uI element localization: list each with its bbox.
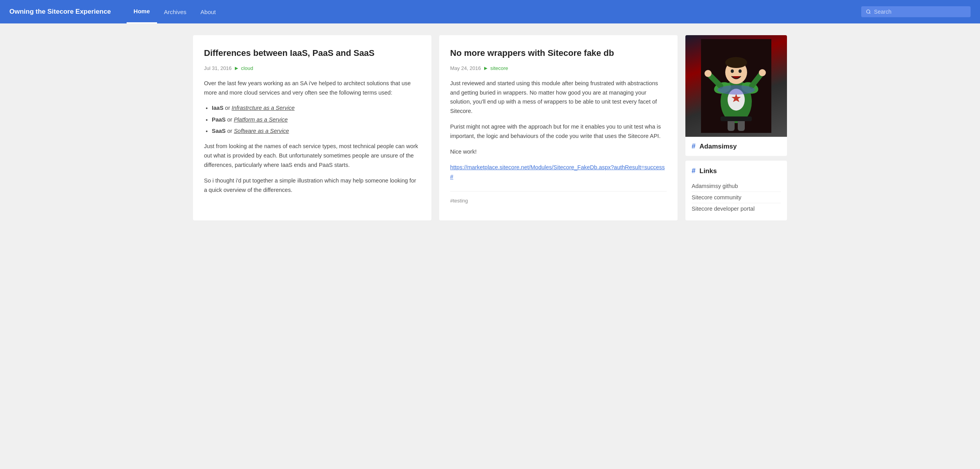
svg-point-16 <box>717 85 755 95</box>
sidebar-links-box: # Links Adamsimsy github Sitecore commun… <box>685 161 787 220</box>
page-body: Differences between IaaS, PaaS and SaaS … <box>185 23 795 232</box>
svg-point-14 <box>705 70 712 77</box>
nav-about[interactable]: About <box>193 0 223 23</box>
card-1-para-3: Just from looking at the names of each s… <box>204 142 420 170</box>
card-1-tag[interactable]: cloud <box>241 65 253 71</box>
main-nav: Owning the Sitecore Experience Home Arch… <box>0 0 980 23</box>
card-2-footer-tag: #testing <box>450 198 468 204</box>
nav-archives[interactable]: Archives <box>157 0 194 23</box>
sidebar: # Adamsimsy # Links Adamsimsy github Sit… <box>685 35 787 220</box>
svg-point-15 <box>759 69 766 76</box>
list-item: SaaS or Software as a Service <box>212 127 420 136</box>
card-1-date: Jul 31, 2016 <box>204 65 232 71</box>
list-item: PaaS or Platform as a Service <box>212 115 420 124</box>
nav-home[interactable]: Home <box>127 0 157 23</box>
card-2-arrow: ▶ <box>484 66 487 71</box>
card-2-title: No more wrappers with Sitecore fake db <box>450 48 667 59</box>
card-2-body: Just reviewed and started using this mod… <box>450 79 667 182</box>
card-1: Differences between IaaS, PaaS and SaaS … <box>193 35 431 220</box>
card-2-date: May 24, 2016 <box>450 65 481 71</box>
svg-point-11 <box>739 70 742 73</box>
card-2: No more wrappers with Sitecore fake db M… <box>439 35 678 220</box>
card-2-link[interactable]: https://marketplace.sitecore.net/Modules… <box>450 164 665 180</box>
card-1-list: IaaS or Infrastrcture as a Service PaaS … <box>212 104 420 136</box>
search-icon <box>866 9 871 14</box>
sidebar-links-hash: # <box>692 167 696 175</box>
sidebar-link-2[interactable]: Sitecore community <box>692 192 781 203</box>
card-2-footer: #testing <box>450 191 667 204</box>
sidebar-hash: # <box>692 142 696 150</box>
card-1-para-4: So i thought i'd put together a simple i… <box>204 176 420 195</box>
card-2-para-2: Purist might not agree with the approach… <box>450 122 667 141</box>
card-2-para-3: Nice work! <box>450 147 667 157</box>
sidebar-username: Adamsimsy <box>699 143 737 150</box>
sidebar-link-1[interactable]: Adamsimsy github <box>692 181 781 192</box>
card-2-para-1: Just reviewed and started using this mod… <box>450 79 667 116</box>
nav-links: Home Archives About <box>127 0 861 23</box>
sidebar-link-3[interactable]: Sitecore developer portal <box>692 203 781 214</box>
sidebar-links-header: # Links <box>692 167 781 175</box>
card-2-meta: May 24, 2016 ▶ sitecore <box>450 65 667 71</box>
card-1-arrow: ▶ <box>235 66 238 71</box>
avatar-svg <box>701 39 771 133</box>
card-1-title: Differences between IaaS, PaaS and SaaS <box>204 48 420 59</box>
svg-point-9 <box>725 57 747 68</box>
svg-rect-19 <box>721 116 752 121</box>
svg-line-1 <box>869 13 870 13</box>
card-1-para-1: Over the last few years working as an SA… <box>204 79 420 98</box>
card-2-tag[interactable]: sitecore <box>490 65 508 71</box>
avatar-image <box>685 35 787 137</box>
card-1-meta: Jul 31, 2016 ▶ cloud <box>204 65 420 71</box>
sidebar-avatar <box>685 35 787 137</box>
svg-point-0 <box>867 10 870 13</box>
svg-point-10 <box>731 70 734 73</box>
sidebar-username-box: # Adamsimsy <box>685 137 787 156</box>
sidebar-links-title: Links <box>699 167 717 175</box>
site-brand: Owning the Sitecore Experience <box>9 8 111 16</box>
list-item: IaaS or Infrastrcture as a Service <box>212 104 420 113</box>
search-box <box>861 6 971 17</box>
search-input[interactable] <box>874 9 966 15</box>
card-1-body: Over the last few years working as an SA… <box>204 79 420 195</box>
cards-area: Differences between IaaS, PaaS and SaaS … <box>193 35 678 220</box>
